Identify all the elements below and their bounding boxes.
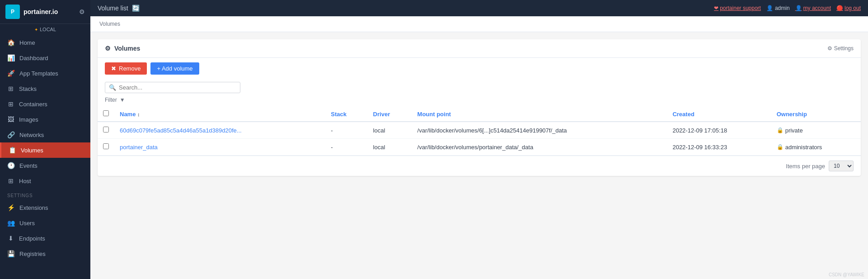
env-dot-icon: ✦ bbox=[34, 27, 38, 32]
ownership-icon: 🔒 bbox=[777, 127, 784, 133]
volumes-card: ⚙ Volumes ⚙ Settings ✖ Remove + Add volu… bbox=[98, 39, 861, 176]
sidebar-env-label: ✦ LOCAL bbox=[0, 24, 90, 35]
volume-ownership-cell: 🔒 private bbox=[771, 122, 861, 139]
endpoints-icon: ⬇ bbox=[7, 235, 14, 242]
breadcrumb: Volumes bbox=[90, 16, 868, 32]
topbar: Volume list 🔄 ❤ portainer support 👤 admi… bbox=[90, 0, 868, 16]
sidebar-item-networks[interactable]: 🔗 Networks bbox=[0, 127, 90, 142]
volume-ownership-cell: 🔒 administrators bbox=[771, 139, 861, 156]
sidebar-item-dashboard[interactable]: 📊 Dashboard bbox=[0, 50, 90, 66]
volume-driver-cell: local bbox=[368, 122, 412, 139]
card-header: ⚙ Volumes ⚙ Settings bbox=[98, 39, 861, 58]
sidebar-item-endpoints-label: Endpoints bbox=[19, 235, 45, 242]
page-content: ⚙ Volumes ⚙ Settings ✖ Remove + Add volu… bbox=[90, 32, 868, 279]
search-input[interactable] bbox=[119, 84, 236, 91]
support-icon: ❤ bbox=[714, 5, 718, 11]
breadcrumb-text: Volumes bbox=[99, 21, 120, 27]
volume-name-link[interactable]: portainer_data bbox=[120, 144, 158, 151]
sidebar-item-users-label: Users bbox=[19, 220, 35, 227]
search-icon: 🔍 bbox=[109, 84, 116, 91]
sidebar-item-endpoints[interactable]: ⬇ Endpoints bbox=[0, 231, 90, 246]
dashboard-icon: 📊 bbox=[7, 54, 15, 61]
sidebar-item-extensions[interactable]: ⚡ Extensions bbox=[0, 200, 90, 215]
items-per-page-label: Items per page bbox=[786, 163, 825, 170]
remove-label: Remove bbox=[119, 65, 141, 72]
topbar-left: Volume list 🔄 bbox=[98, 5, 140, 12]
sort-name-icon[interactable]: ↕ bbox=[137, 112, 140, 117]
sidebar-item-images-label: Images bbox=[19, 116, 38, 123]
app-templates-icon: 🚀 bbox=[7, 70, 15, 77]
row-checkbox[interactable] bbox=[103, 143, 109, 149]
search-bar: 🔍 bbox=[98, 79, 861, 96]
filter-label-text: Filter bbox=[105, 97, 117, 103]
sidebar-item-extensions-label: Extensions bbox=[19, 204, 48, 211]
select-all-checkbox[interactable] bbox=[103, 110, 109, 116]
th-ownership: Ownership bbox=[771, 107, 861, 122]
sidebar-item-dashboard-label: Dashboard bbox=[19, 55, 48, 61]
remove-button[interactable]: ✖ Remove bbox=[105, 62, 147, 75]
sidebar-item-app-templates-label: App Templates bbox=[19, 70, 58, 77]
stacks-icon: ⊞ bbox=[7, 85, 14, 92]
sidebar-item-events-label: Events bbox=[19, 162, 38, 169]
extensions-icon: ⚡ bbox=[7, 204, 15, 211]
search-input-wrap: 🔍 bbox=[105, 82, 240, 93]
logout-link[interactable]: 🔴 log out bbox=[836, 5, 861, 11]
pagination-row: Items per page 10 25 50 100 bbox=[98, 156, 861, 176]
row-checkbox-cell bbox=[98, 122, 114, 139]
sidebar-item-containers[interactable]: ⊞ Containers bbox=[0, 96, 90, 112]
images-icon: 🖼 bbox=[7, 116, 14, 123]
events-icon: 🕐 bbox=[7, 162, 15, 169]
volumes-header-icon: ⚙ bbox=[105, 45, 111, 52]
sidebar-item-users[interactable]: 👥 Users bbox=[0, 215, 90, 231]
volume-stack-cell: - bbox=[325, 122, 367, 139]
th-name-text: Name bbox=[120, 111, 136, 118]
settings-link[interactable]: ⚙ Settings bbox=[827, 45, 854, 52]
watermark: CSDN @YAWIKE bbox=[829, 272, 864, 277]
account-icon: 👤 bbox=[795, 5, 802, 11]
refresh-icon[interactable]: 🔄 bbox=[132, 5, 140, 12]
sidebar-item-events[interactable]: 🕐 Events bbox=[0, 158, 90, 173]
users-icon: 👥 bbox=[7, 219, 15, 227]
volume-driver-cell: local bbox=[368, 139, 412, 156]
user-icon: 👤 bbox=[766, 5, 773, 11]
th-name[interactable]: Name ↕ bbox=[114, 107, 325, 122]
sidebar-logo: P portainer.io ⚙ bbox=[0, 0, 90, 24]
filter-icon: ▼ bbox=[120, 97, 125, 103]
env-label-text: LOCAL bbox=[40, 27, 56, 32]
sidebar-item-networks-label: Networks bbox=[19, 132, 44, 138]
portainer-support-link[interactable]: ❤ portainer support bbox=[714, 5, 761, 11]
admin-label: 👤 admin bbox=[766, 5, 790, 11]
networks-icon: 🔗 bbox=[7, 131, 15, 138]
volume-created-cell: 2022-12-09 17:05:18 bbox=[667, 122, 771, 139]
add-volume-button[interactable]: + Add volume bbox=[150, 62, 199, 75]
row-checkbox[interactable] bbox=[103, 127, 109, 132]
my-account-link[interactable]: 👤 my account bbox=[795, 5, 831, 11]
sidebar-item-images[interactable]: 🖼 Images bbox=[0, 112, 90, 127]
main-content: Volume list 🔄 ❤ portainer support 👤 admi… bbox=[90, 0, 868, 279]
sidebar-item-volumes[interactable]: 📋 Volumes bbox=[0, 142, 90, 158]
sidebar-item-home[interactable]: 🏠 Home bbox=[0, 35, 90, 50]
portainer-logo-icon: P bbox=[5, 5, 20, 19]
sidebar-item-volumes-label: Volumes bbox=[21, 147, 43, 154]
sidebar-item-host[interactable]: ⊞ Host bbox=[0, 173, 90, 189]
volume-name-link[interactable]: 60d69c079fe5ad85c5a4d46a55a1d389d20fe... bbox=[120, 127, 242, 134]
th-mount-point: Mount point bbox=[412, 107, 667, 122]
card-title-text: Volumes bbox=[114, 45, 140, 52]
items-per-page-select[interactable]: 10 25 50 100 bbox=[829, 161, 854, 171]
sidebar-item-home-label: Home bbox=[19, 39, 35, 46]
table-row: 60d69c079fe5ad85c5a4d46a55a1d389d20fe...… bbox=[98, 122, 861, 139]
sidebar-item-registries[interactable]: 💾 Registries bbox=[0, 246, 90, 261]
ownership-value: administrators bbox=[785, 144, 822, 151]
ownership-icon: 🔒 bbox=[777, 144, 784, 150]
host-icon: ⊞ bbox=[7, 177, 14, 184]
registries-icon: 💾 bbox=[7, 250, 15, 257]
toolbar: ✖ Remove + Add volume bbox=[98, 58, 861, 79]
sidebar-item-stacks[interactable]: ⊞ Stacks bbox=[0, 81, 90, 96]
sidebar-item-app-templates[interactable]: 🚀 App Templates bbox=[0, 66, 90, 81]
sidebar-item-stacks-label: Stacks bbox=[19, 85, 37, 92]
sidebar-logo-settings-icon[interactable]: ⚙ bbox=[79, 8, 85, 15]
th-select-all bbox=[98, 107, 114, 122]
volume-name-cell: 60d69c079fe5ad85c5a4d46a55a1d389d20fe... bbox=[114, 122, 325, 139]
volume-mount-point-cell: /var/lib/docker/volumes/portainer_data/_… bbox=[412, 139, 667, 156]
volume-created-cell: 2022-12-09 16:33:23 bbox=[667, 139, 771, 156]
